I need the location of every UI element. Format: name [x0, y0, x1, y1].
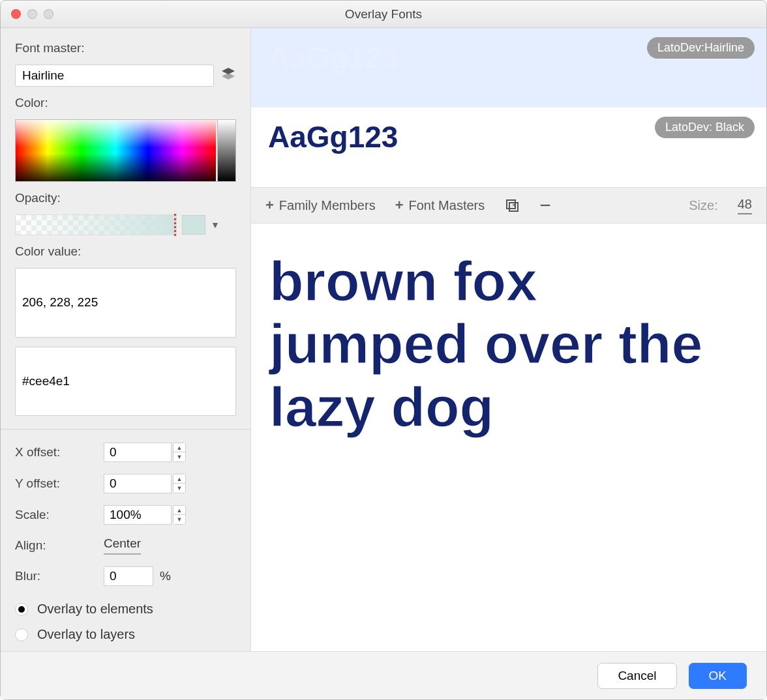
main-panel: AaGg123 LatoDev:Hairline AaGg123 LatoDev…: [251, 28, 766, 651]
cancel-button[interactable]: Cancel: [597, 663, 676, 689]
yoffset-input[interactable]: [104, 474, 172, 493]
blur-label: Blur:: [15, 569, 104, 583]
blur-input[interactable]: [104, 566, 153, 586]
yoffset-label: Y offset:: [15, 476, 104, 491]
radio-dot-icon: [15, 628, 28, 641]
scale-stepper[interactable]: ▲▼: [104, 505, 236, 525]
color-rgb-input[interactable]: [15, 268, 236, 338]
preview-row[interactable]: AaGg123 LatoDev: Black: [251, 108, 766, 187]
xoffset-label: X offset:: [15, 445, 104, 459]
sidebar: Font master: Color: Opacity: ▼ Colo: [1, 28, 251, 651]
align-value[interactable]: Center: [104, 536, 141, 555]
color-hex-input[interactable]: [15, 347, 236, 416]
add-family-members-button[interactable]: +Family Members: [265, 197, 376, 214]
radio-overlay-layers[interactable]: Overlay to layers: [15, 627, 236, 642]
yoffset-down[interactable]: ▼: [173, 484, 185, 493]
preview-list: AaGg123 LatoDev:Hairline AaGg123 LatoDev…: [251, 28, 766, 187]
plus-icon: +: [265, 197, 274, 213]
footer: Cancel OK: [1, 651, 766, 699]
scale-input[interactable]: [104, 505, 172, 525]
xoffset-stepper[interactable]: ▲▼: [104, 443, 236, 462]
radio-overlay-elements[interactable]: Overlay to elements: [15, 602, 236, 617]
scale-label: Scale:: [15, 508, 104, 522]
opacity-label: Opacity:: [15, 191, 236, 205]
size-label: Size:: [689, 198, 717, 213]
svg-text:+: +: [512, 201, 516, 209]
preview-canvas: brown fox jumped over the lazy dog: [251, 224, 766, 651]
font-master-input[interactable]: [15, 65, 214, 87]
xoffset-input[interactable]: [104, 443, 172, 462]
preview-row[interactable]: AaGg123 LatoDev:Hairline: [251, 28, 766, 108]
xoffset-up[interactable]: ▲: [173, 443, 185, 452]
preview-badge: LatoDev:Hairline: [647, 37, 755, 59]
font-master-label: Font master:: [15, 41, 236, 55]
size-value[interactable]: 48: [738, 197, 752, 214]
scale-down[interactable]: ▼: [173, 515, 185, 524]
opacity-handle[interactable]: [174, 214, 176, 236]
color-picker[interactable]: [15, 119, 236, 182]
yoffset-stepper[interactable]: ▲▼: [104, 474, 236, 493]
body: Font master: Color: Opacity: ▼ Colo: [1, 28, 766, 651]
canvas-text: brown fox jumped over the lazy dog: [269, 250, 748, 438]
scale-up[interactable]: ▲: [173, 506, 185, 515]
duplicate-icon[interactable]: +: [504, 197, 520, 213]
preview-badge: LatoDev: Black: [655, 117, 755, 138]
color-label: Color:: [15, 96, 236, 110]
radio-dot-icon: [15, 603, 28, 616]
color-value-label: Color value:: [15, 244, 236, 259]
opacity-slider[interactable]: [15, 214, 177, 235]
blur-suffix: %: [160, 569, 171, 583]
add-font-masters-button[interactable]: +Font Masters: [395, 197, 485, 214]
ok-button[interactable]: OK: [689, 663, 747, 689]
brightness-bar[interactable]: [217, 120, 235, 181]
hue-field[interactable]: [16, 120, 216, 181]
font-masters-label: Font Masters: [409, 198, 485, 212]
divider: [1, 429, 250, 430]
window-title: Overlay Fonts: [1, 7, 766, 22]
color-swatch[interactable]: [182, 215, 205, 235]
yoffset-up[interactable]: ▲: [173, 474, 185, 484]
layers-icon[interactable]: [220, 67, 236, 85]
window: Overlay Fonts Font master: Color: Opacit…: [0, 0, 767, 700]
toolbar: +Family Members +Font Masters + − Size: …: [251, 187, 766, 224]
titlebar: Overlay Fonts: [1, 1, 766, 28]
radio-elements-label: Overlay to elements: [37, 602, 153, 617]
chevron-down-icon[interactable]: ▼: [211, 220, 220, 230]
plus-icon: +: [395, 197, 404, 213]
xoffset-down[interactable]: ▼: [173, 452, 185, 461]
family-members-label: Family Members: [279, 198, 376, 212]
align-label: Align:: [15, 538, 104, 553]
radio-layers-label: Overlay to layers: [37, 627, 135, 642]
